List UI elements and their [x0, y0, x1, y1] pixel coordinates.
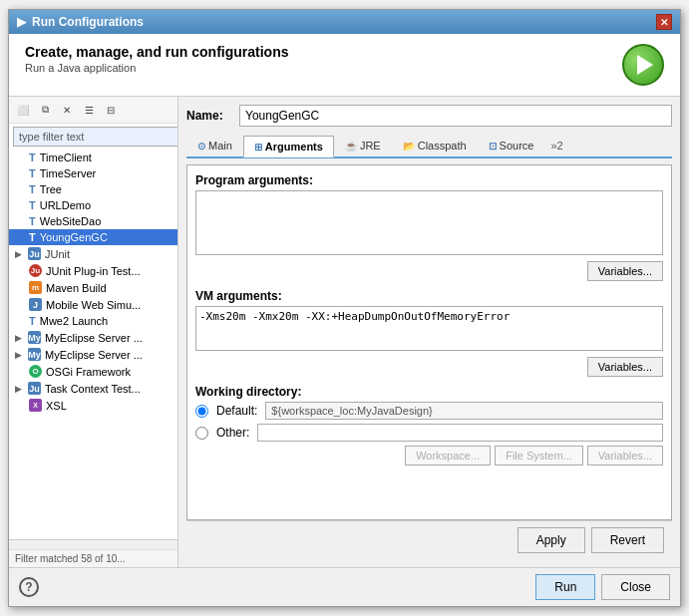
- tree-item-youngengc[interactable]: T YoungGenGC: [9, 229, 177, 245]
- tree-item-label: MyEclipse Server ...: [45, 332, 143, 344]
- java-icon: J: [29, 298, 42, 311]
- java-icon: T: [29, 315, 36, 327]
- default-radio-label: Default:: [216, 404, 257, 418]
- tree-item-timeserver[interactable]: T TimeServer: [9, 165, 177, 181]
- copy-config-button[interactable]: ⧉: [35, 100, 55, 120]
- java-icon: Ju: [28, 382, 41, 395]
- tree-item-label: JUnit: [45, 248, 70, 260]
- expand-arrow: ▶: [15, 249, 22, 259]
- maven-icon: m: [29, 281, 42, 294]
- tree-item-websitedao[interactable]: T WebSiteDao: [9, 213, 177, 229]
- vm-args-wrapper: [195, 306, 663, 354]
- tree-item-mwe2launch[interactable]: T Mwe2 Launch: [9, 313, 177, 329]
- workspace-button[interactable]: Workspace...: [405, 446, 491, 465]
- other-radio-row: Other:: [195, 424, 663, 442]
- tab-more[interactable]: »2: [544, 136, 568, 155]
- run-button[interactable]: Run: [535, 574, 595, 600]
- tree-item-urldemo[interactable]: T URLDemo: [9, 197, 177, 213]
- left-panel: ⬜ ⧉ ✕ ☰ ⊟ T TimeClient T TimeServer T: [9, 97, 178, 567]
- main-tab-icon: ⊙: [197, 141, 205, 152]
- tab-jre[interactable]: ☕ JRE: [334, 135, 392, 156]
- default-radio[interactable]: [195, 405, 208, 418]
- header-subtitle: Run a Java application: [25, 62, 289, 74]
- revert-button[interactable]: Revert: [591, 527, 664, 553]
- tab-source[interactable]: ⊡ Source: [478, 135, 545, 156]
- dir-variables-button[interactable]: Variables...: [587, 446, 663, 465]
- filter-status: Filter matched 58 of 10...: [9, 549, 177, 567]
- tree-item-label: YoungGenGC: [40, 231, 108, 243]
- other-radio-label: Other:: [216, 426, 249, 440]
- program-variables-button[interactable]: Variables...: [587, 261, 663, 281]
- other-radio[interactable]: [195, 427, 208, 440]
- apply-button[interactable]: Apply: [517, 527, 585, 553]
- filter-input[interactable]: [13, 127, 178, 147]
- new-config-button[interactable]: ⬜: [13, 100, 33, 120]
- dir-buttons: Workspace... File System... Variables...: [195, 446, 663, 465]
- tree-item-osgi[interactable]: O OSGi Framework: [9, 363, 177, 380]
- java-icon: T: [29, 199, 36, 211]
- config-name-input[interactable]: [239, 105, 672, 127]
- tree-item-label: Maven Build: [46, 282, 107, 294]
- tree-item-label: XSL: [46, 400, 67, 412]
- tree-item-xsl[interactable]: X XSL: [9, 397, 177, 414]
- tree-item-timeclient[interactable]: T TimeClient: [9, 150, 177, 165]
- default-radio-row: Default:: [195, 402, 663, 420]
- tree-item-label: URLDemo: [40, 199, 91, 211]
- tree-item-label: TimeClient: [40, 152, 92, 163]
- tree-item-myeclipse2[interactable]: ▶ My MyEclipse Server ...: [9, 346, 177, 363]
- java-icon: T: [29, 167, 36, 179]
- config-tree: T TimeClient T TimeServer T Tree T URLDe…: [9, 150, 177, 539]
- dialog-title: Run Configurations: [32, 15, 144, 29]
- tree-item-label: Task Context Test...: [45, 383, 141, 395]
- vm-args-input[interactable]: [195, 306, 663, 351]
- tree-item-mobilewebsim[interactable]: J Mobile Web Simu...: [9, 296, 177, 313]
- junit-icon: Ju: [29, 264, 42, 277]
- cp-tab-icon: 📂: [403, 141, 415, 152]
- footer-bar: ? Run Close: [9, 567, 680, 606]
- tree-item-myeclipse1[interactable]: ▶ My MyEclipse Server ...: [9, 329, 177, 346]
- tree-item-label: Mwe2 Launch: [40, 315, 109, 327]
- collapse-config-button[interactable]: ⊟: [101, 100, 121, 120]
- args-tab-icon: ⊞: [254, 142, 262, 153]
- working-dir-label: Working directory:: [195, 385, 663, 399]
- filesystem-button[interactable]: File System...: [495, 446, 583, 465]
- tree-item-tree[interactable]: T Tree: [9, 181, 177, 197]
- tree-item-junit-plugin[interactable]: Ju JUnit Plug-in Test...: [9, 262, 177, 279]
- help-button[interactable]: ?: [19, 577, 39, 597]
- junit-group-icon: Ju: [28, 247, 41, 260]
- program-args-input[interactable]: [195, 190, 663, 255]
- delete-config-button[interactable]: ✕: [57, 100, 77, 120]
- tree-item-taskcontext[interactable]: ▶ Ju Task Context Test...: [9, 380, 177, 397]
- horizontal-scrollbar[interactable]: [9, 539, 177, 549]
- expand-arrow: ▶: [15, 333, 22, 343]
- tree-item-label: Tree: [40, 183, 62, 195]
- name-label: Name:: [186, 109, 231, 123]
- program-args-section: Program arguments: Variables...: [195, 173, 663, 281]
- filter-config-button[interactable]: ☰: [79, 100, 99, 120]
- tree-item-label: JUnit Plug-in Test...: [46, 265, 141, 277]
- header-section: Create, manage, and run configurations R…: [9, 34, 680, 97]
- java-icon: T: [29, 215, 36, 227]
- java-icon: T: [29, 183, 36, 195]
- tree-item-maven[interactable]: m Maven Build: [9, 279, 177, 296]
- vm-args-section: VM arguments: Variables...: [195, 289, 663, 377]
- close-window-button[interactable]: ✕: [656, 14, 672, 30]
- tab-classpath[interactable]: 📂 Classpath: [392, 135, 478, 156]
- run-triangle: [637, 55, 653, 75]
- other-dir-input[interactable]: [257, 424, 663, 442]
- config-toolbar: ⬜ ⧉ ✕ ☰ ⊟: [9, 97, 177, 124]
- tree-item-junit-group[interactable]: ▶ Ju JUnit: [9, 245, 177, 262]
- default-dir-input[interactable]: [265, 402, 663, 420]
- title-bar-left: ▶ Run Configurations: [17, 15, 144, 29]
- header-title: Create, manage, and run configurations: [25, 44, 289, 60]
- run-configurations-dialog: ▶ Run Configurations ✕ Create, manage, a…: [8, 9, 681, 607]
- xsl-icon: X: [29, 399, 42, 412]
- java-icon: T: [29, 152, 36, 163]
- run-icon: [622, 44, 664, 86]
- tab-arguments[interactable]: ⊞ Arguments: [243, 136, 334, 157]
- vm-variables-button[interactable]: Variables...: [587, 357, 663, 377]
- close-button[interactable]: Close: [601, 574, 670, 600]
- name-row: Name:: [186, 105, 672, 127]
- vm-args-label: VM arguments:: [195, 289, 663, 303]
- tab-main[interactable]: ⊙ Main: [186, 135, 243, 156]
